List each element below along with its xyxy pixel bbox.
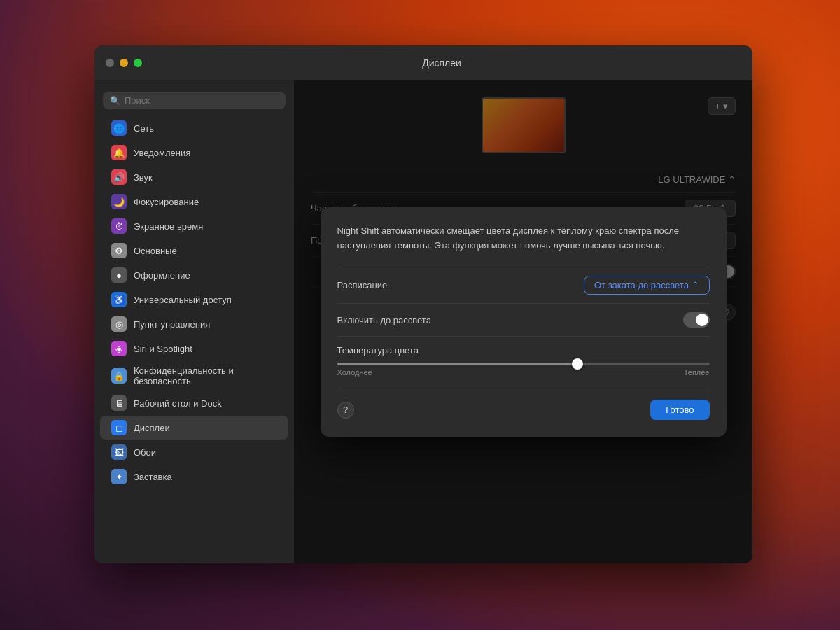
schedule-dropdown[interactable]: От заката до рассвета ⌃ (584, 276, 710, 295)
close-button[interactable] (106, 59, 114, 67)
cooler-label: Холоднее (337, 368, 372, 377)
slider-labels: Холоднее Теплее (337, 368, 710, 377)
sidebar-item-sound[interactable]: 🔊 Звук (100, 165, 288, 189)
desktop-icon: 🖥 (111, 396, 127, 411)
color-temp-slider-track[interactable] (337, 363, 710, 365)
sidebar-label-desktop: Рабочий стол и Dock (134, 398, 277, 409)
wallpaper-icon: 🖼 (111, 444, 127, 460)
privacy-icon: 🔒 (111, 368, 127, 384)
search-input[interactable] (125, 95, 279, 106)
modal-footer: ? Готово (337, 388, 710, 420)
sidebar-label-displays: Дисплеи (134, 423, 277, 433)
sidebar-label-privacy: Конфиденциальность и безопасность (134, 365, 277, 386)
sidebar-label-siri: Siri и Spotlight (134, 344, 277, 354)
traffic-lights (106, 59, 142, 67)
sidebar-label-screen-time: Экранное время (134, 221, 277, 232)
search-icon: 🔍 (110, 96, 120, 106)
sidebar-label-notifications: Уведомления (134, 148, 277, 158)
sound-icon: 🔊 (111, 169, 127, 185)
sidebar-item-displays[interactable]: ◻ Дисплеи (100, 416, 288, 440)
window-body: 🔍 🌐 Сеть 🔔 Уведомления 🔊 Звук (94, 80, 752, 564)
slider-thumb[interactable] (572, 358, 583, 370)
sidebar-item-focus[interactable]: 🌙 Фокусирование (100, 190, 288, 214)
modal-done-button[interactable]: Готово (650, 400, 709, 420)
sidebar: 🔍 🌐 Сеть 🔔 Уведомления 🔊 Звук (94, 80, 294, 564)
until-sunrise-control (463, 312, 710, 328)
general-icon: ⚙ (111, 243, 127, 258)
modal-help-button[interactable]: ? (337, 402, 354, 419)
search-bar[interactable]: 🔍 (103, 92, 286, 109)
sidebar-item-network[interactable]: 🌐 Сеть (100, 116, 288, 140)
sidebar-item-screen-time[interactable]: ⏱ Экранное время (100, 214, 288, 238)
warmer-label: Теплее (684, 368, 710, 377)
modal-overlay: Night Shift автоматически смещает цвета … (294, 80, 752, 564)
modal-description: Night Shift автоматически смещает цвета … (337, 224, 710, 253)
sidebar-item-desktop[interactable]: 🖥 Рабочий стол и Dock (100, 391, 288, 415)
sidebar-item-privacy[interactable]: 🔒 Конфиденциальность и безопасность (100, 361, 288, 391)
title-bar: Дисплеи (94, 46, 752, 80)
focus-icon: 🌙 (111, 194, 127, 209)
sidebar-item-general[interactable]: ⚙ Основные (100, 239, 288, 262)
system-preferences-window: Дисплеи 🔍 🌐 Сеть 🔔 Уведомления (94, 46, 752, 564)
screen-time-icon: ⏱ (111, 218, 127, 234)
schedule-control: От заката до рассвета ⌃ (463, 276, 710, 295)
screensaver-icon: ✦ (111, 469, 127, 484)
schedule-label: Расписание (337, 280, 463, 290)
network-icon: 🌐 (111, 120, 127, 136)
control-center-icon: ◎ (111, 316, 127, 332)
color-temp-row: Температура цвета Холоднее Теплее (337, 336, 710, 385)
sidebar-label-general: Основные (134, 246, 277, 256)
sidebar-label-screensaver: Заставка (134, 472, 277, 482)
schedule-row: Расписание От заката до рассвета ⌃ (337, 267, 710, 303)
sidebar-item-siri[interactable]: ◈ Siri и Spotlight (100, 337, 288, 360)
sidebar-item-control-center[interactable]: ◎ Пункт управления (100, 312, 288, 336)
until-sunrise-row: Включить до рассвета (337, 303, 710, 336)
night-shift-modal: Night Shift автоматически смещает цвета … (321, 207, 727, 438)
sidebar-label-appearance: Оформление (134, 270, 277, 281)
appearance-icon: ● (111, 267, 127, 283)
sidebar-item-notifications[interactable]: 🔔 Уведомления (100, 141, 288, 164)
sidebar-label-control-center: Пункт управления (134, 319, 277, 330)
accessibility-icon: ♿ (111, 292, 127, 307)
minimize-button[interactable] (120, 59, 128, 67)
until-sunrise-toggle[interactable] (683, 312, 710, 328)
sidebar-item-appearance[interactable]: ● Оформление (100, 263, 288, 287)
sidebar-item-screensaver[interactable]: ✦ Заставка (100, 465, 288, 489)
slider-fill (337, 363, 580, 365)
notifications-icon: 🔔 (111, 145, 127, 160)
sidebar-item-accessibility[interactable]: ♿ Универсальный доступ (100, 288, 288, 312)
sidebar-label-focus: Фокусирование (134, 197, 277, 207)
sidebar-label-sound: Звук (134, 172, 277, 183)
until-sunrise-label: Включить до рассвета (337, 315, 463, 326)
desktop-background: Дисплеи 🔍 🌐 Сеть 🔔 Уведомления (0, 0, 840, 630)
sidebar-label-accessibility: Универсальный доступ (134, 295, 277, 305)
displays-icon: ◻ (111, 420, 127, 435)
siri-icon: ◈ (111, 341, 127, 356)
sidebar-label-network: Сеть (134, 123, 277, 134)
sidebar-item-wallpaper[interactable]: 🖼 Обои (100, 440, 288, 464)
color-temp-slider-container: Холоднее Теплее (337, 363, 710, 377)
color-temp-label: Температура цвета (337, 345, 463, 356)
maximize-button[interactable] (134, 59, 142, 67)
window-title: Дисплеи (142, 57, 741, 69)
main-content: + ▾ LG ULTRAWIDE ⌃ Частота обновления 60… (294, 80, 752, 564)
sidebar-label-wallpaper: Обои (134, 447, 277, 458)
